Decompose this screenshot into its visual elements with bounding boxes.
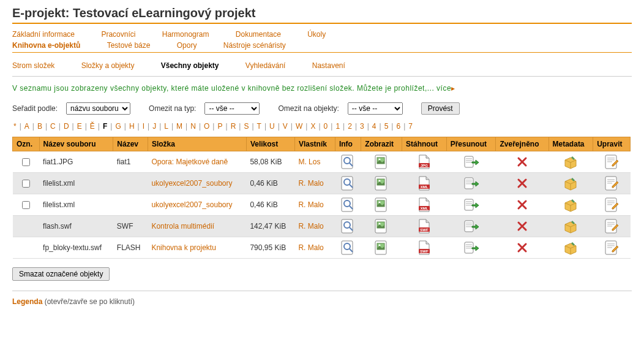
- edit-icon[interactable]: [593, 194, 631, 216]
- col-header[interactable]: Metadata: [549, 137, 593, 151]
- sort-select[interactable]: názvu souboru: [66, 102, 130, 115]
- alpha-5[interactable]: 5: [383, 122, 390, 131]
- col-header[interactable]: Název souboru: [39, 137, 113, 151]
- view-icon[interactable]: [361, 216, 402, 237]
- nav-pracovnici[interactable]: Pracovníci: [101, 30, 135, 39]
- col-header[interactable]: Vlastník: [294, 137, 335, 151]
- alpha-4[interactable]: 4: [371, 122, 378, 131]
- subnav-strom[interactable]: Strom složek: [12, 61, 54, 70]
- col-header[interactable]: Stáhnout: [402, 137, 447, 151]
- alpha-Ě[interactable]: Ě: [89, 122, 96, 131]
- alpha-G[interactable]: G: [114, 122, 122, 131]
- edit-icon[interactable]: [593, 216, 631, 237]
- alpha-6[interactable]: 6: [395, 122, 402, 131]
- nav-dokumentace[interactable]: Dokumentace: [236, 30, 281, 39]
- cell-folder-link[interactable]: ukolyexcel2007_soubory: [148, 194, 246, 216]
- published-cross-icon[interactable]: [496, 237, 549, 259]
- move-icon[interactable]: [446, 237, 496, 259]
- cell-owner-link[interactable]: R. Malo: [294, 237, 335, 259]
- alpha-L[interactable]: L: [163, 122, 170, 131]
- alpha-M[interactable]: M: [175, 122, 184, 131]
- nav-zakladni[interactable]: Základní informace: [12, 30, 75, 39]
- legend-toggle[interactable]: Legenda: [12, 297, 42, 306]
- subnav-slozky[interactable]: Složky a objekty: [81, 61, 135, 70]
- row-checkbox[interactable]: [22, 158, 30, 166]
- alpha-H[interactable]: H: [128, 122, 136, 131]
- alpha-T[interactable]: T: [256, 122, 263, 131]
- info-icon[interactable]: [335, 194, 361, 216]
- limit-obj-select[interactable]: -- vše --: [348, 102, 403, 115]
- alpha-J[interactable]: J: [151, 122, 157, 131]
- col-header[interactable]: Upravit: [593, 137, 631, 151]
- nav-testove[interactable]: Testové báze: [107, 41, 151, 50]
- alpha-P[interactable]: P: [216, 122, 223, 131]
- edit-icon[interactable]: [593, 173, 631, 194]
- cell-folder-link[interactable]: Kontrola multimédií: [148, 216, 246, 237]
- info-icon[interactable]: [335, 237, 361, 259]
- alpha-2[interactable]: 2: [346, 122, 353, 131]
- move-icon[interactable]: [446, 194, 496, 216]
- col-header[interactable]: Zobrazit: [361, 137, 402, 151]
- alpha-N[interactable]: N: [189, 122, 197, 131]
- subnav-vsechny[interactable]: Všechny objekty: [161, 61, 219, 70]
- published-cross-icon[interactable]: [496, 173, 549, 194]
- alpha-C[interactable]: C: [49, 122, 57, 131]
- cell-owner-link[interactable]: M. Los: [294, 151, 335, 173]
- info-icon[interactable]: [335, 216, 361, 237]
- col-header[interactable]: Info: [335, 137, 361, 151]
- metadata-box-icon[interactable]: [549, 216, 593, 237]
- nav-ukoly[interactable]: Úkoly: [307, 30, 326, 39]
- alpha-7[interactable]: 7: [407, 122, 414, 131]
- info-more-link[interactable]: ... více: [427, 84, 451, 93]
- download-icon[interactable]: SWF: [402, 216, 447, 237]
- alpha-B[interactable]: B: [36, 122, 43, 131]
- info-icon[interactable]: [335, 173, 361, 194]
- nav-opory[interactable]: Opory: [177, 41, 197, 50]
- move-icon[interactable]: [446, 173, 496, 194]
- metadata-box-icon[interactable]: [549, 237, 593, 259]
- download-icon[interactable]: XML: [402, 173, 447, 194]
- alpha-E[interactable]: E: [76, 122, 83, 131]
- view-icon[interactable]: [361, 194, 402, 216]
- submit-button[interactable]: Provést: [421, 102, 460, 115]
- limit-type-select[interactable]: -- vše --: [204, 102, 260, 115]
- row-checkbox[interactable]: [22, 180, 30, 188]
- view-icon[interactable]: [361, 237, 402, 259]
- alpha-X[interactable]: X: [309, 122, 316, 131]
- col-header[interactable]: Zveřejněno: [496, 137, 549, 151]
- published-cross-icon[interactable]: [496, 194, 549, 216]
- move-icon[interactable]: [446, 216, 496, 237]
- alpha-I[interactable]: I: [141, 122, 146, 131]
- col-header[interactable]: Velikost: [246, 137, 294, 151]
- view-icon[interactable]: [361, 151, 402, 173]
- cell-owner-link[interactable]: R. Malo: [294, 216, 335, 237]
- col-header[interactable]: Složka: [148, 137, 246, 151]
- nav-knihovna[interactable]: Knihovna e-objektů: [12, 41, 80, 50]
- alpha-3[interactable]: 3: [359, 122, 365, 131]
- cell-owner-link[interactable]: R. Malo: [294, 173, 335, 194]
- subnav-nastaveni[interactable]: Nastavení: [312, 61, 345, 70]
- cell-folder-link[interactable]: Knihovna k projektu: [148, 237, 246, 259]
- alpha-W[interactable]: W: [294, 122, 304, 131]
- download-icon[interactable]: JPG: [402, 151, 447, 173]
- alpha-S[interactable]: S: [242, 122, 250, 131]
- alpha-D[interactable]: D: [62, 122, 70, 131]
- metadata-box-icon[interactable]: [549, 151, 593, 173]
- subnav-vyhledavani[interactable]: Vyhledávání: [245, 61, 286, 70]
- metadata-box-icon[interactable]: [549, 173, 593, 194]
- alpha-*[interactable]: *: [12, 122, 18, 131]
- nav-nastroje[interactable]: Nástroje scénáristy: [223, 41, 286, 50]
- alpha-R[interactable]: R: [230, 122, 238, 131]
- cell-owner-link[interactable]: R. Malo: [294, 194, 335, 216]
- alpha-0[interactable]: 0: [323, 122, 329, 131]
- move-icon[interactable]: [446, 151, 496, 173]
- row-checkbox[interactable]: [22, 201, 30, 209]
- alpha-F[interactable]: F: [102, 122, 108, 131]
- delete-selected-button[interactable]: Smazat označené objekty: [12, 267, 110, 281]
- download-icon[interactable]: SWF: [402, 237, 447, 259]
- alpha-1[interactable]: 1: [334, 122, 341, 131]
- edit-icon[interactable]: [593, 151, 631, 173]
- cell-folder-link[interactable]: ukolyexcel2007_soubory: [148, 173, 246, 194]
- alpha-U[interactable]: U: [268, 122, 276, 131]
- col-header[interactable]: Přesunout: [446, 137, 496, 151]
